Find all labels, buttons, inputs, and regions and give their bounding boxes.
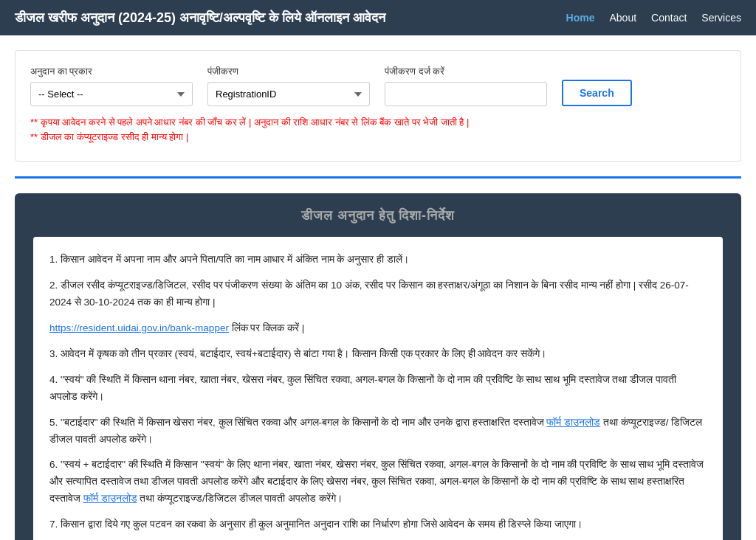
info-inner: 1. किसान आवेदन में अपना नाम और अपने पिता… [33, 237, 723, 540]
warnings-section: ** कृपया आवेदन करने से पहले अपने आधार नं… [30, 117, 726, 143]
grant-type-select[interactable]: -- Select -- [30, 82, 193, 106]
info-point-3: https://resident.uidai.gov.in/bank-mappe… [49, 320, 707, 337]
info-point-2: 2. डीजल रसीद कंप्यूटराइज्ड/डिजिटल, रसीद … [49, 277, 707, 311]
nav-contact[interactable]: Contact [651, 12, 687, 24]
info-point-4: 3. आवेदन में कृषक को तीन प्रकार (स्वयं, … [49, 346, 707, 363]
registration-entry-group: पंजीकरण दर्ज करें [385, 66, 547, 106]
info-point-5: 4. "स्वयं" की स्थिति में किसान थाना नंबर… [49, 372, 707, 406]
registration-entry-input[interactable] [385, 82, 547, 106]
info-point-6: 5. "बटाईदार" की स्थिति में किसान खेसरा न… [49, 415, 707, 449]
search-button[interactable]: Search [562, 80, 632, 106]
search-section: अनुदान का प्रकार -- Select -- पंजीकरण Re… [15, 50, 741, 162]
form-download-link-1[interactable]: फॉर्म डाउनलोड [546, 417, 600, 428]
grant-type-label: अनुदान का प्रकार [30, 66, 193, 77]
form-download-link-2[interactable]: फॉर्म डाउनलोड [83, 493, 137, 504]
info-point-7: 6. "स्वयं + बटाईदार" की स्थिति में किसान… [49, 457, 707, 508]
info-box-title: डीजल अनुदान हेतु दिशा-निर्देश [33, 208, 723, 224]
info-box: डीजल अनुदान हेतु दिशा-निर्देश 1. किसान आ… [15, 193, 741, 540]
nav-about[interactable]: About [609, 12, 636, 24]
header: डीजल खरीफ अनुदान (2024-25) अनावृष्टि/अल्… [0, 0, 756, 35]
blue-divider [15, 176, 741, 179]
grant-type-group: अनुदान का प्रकार -- Select -- [30, 66, 193, 106]
registration-select[interactable]: RegistrationID [207, 82, 370, 106]
page-title: डीजल खरीफ अनुदान (2024-25) अनावृष्टि/अल्… [15, 10, 385, 26]
nav-services[interactable]: Services [701, 12, 741, 24]
warning-2: ** डीजल का कंप्यूटराइज्ड रसीद ही मान्य ह… [30, 131, 726, 143]
nav-home[interactable]: Home [566, 12, 595, 24]
bank-mapper-link[interactable]: https://resident.uidai.gov.in/bank-mappe… [49, 322, 229, 333]
info-point-1: 1. किसान आवेदन में अपना नाम और अपने पिता… [49, 252, 707, 269]
registration-entry-label: पंजीकरण दर्ज करें [385, 66, 547, 77]
registration-group: पंजीकरण RegistrationID [207, 66, 370, 106]
info-point-8: 7. किसान द्वारा दिये गए कुल पटवन का रकवा… [49, 516, 707, 533]
main-nav: Home About Contact Services [566, 12, 741, 24]
search-row: अनुदान का प्रकार -- Select -- पंजीकरण Re… [30, 66, 726, 106]
warning-1: ** कृपया आवेदन करने से पहले अपने आधार नं… [30, 117, 726, 128]
registration-label: पंजीकरण [207, 66, 370, 77]
